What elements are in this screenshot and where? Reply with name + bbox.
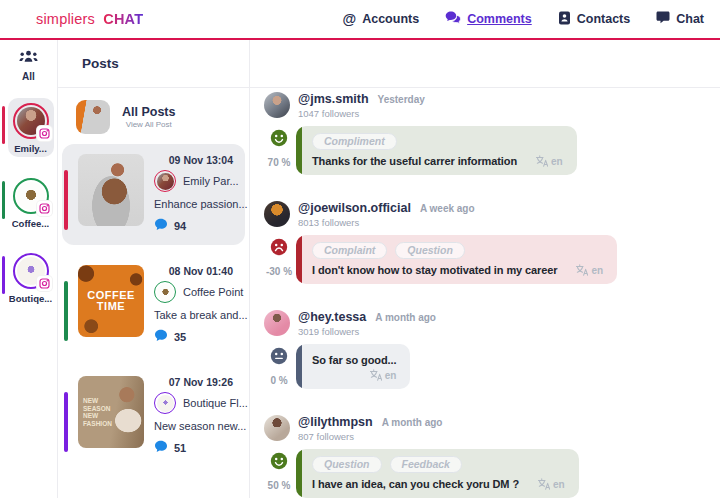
avatar [13, 178, 49, 214]
post-comment-count: 35 [174, 331, 186, 343]
account-accent-bar [2, 181, 5, 219]
comments-panel: @jms.smith Yesterday 1047 followers 70 % [250, 40, 720, 498]
avatar[interactable] [264, 415, 290, 441]
avatar [154, 392, 176, 414]
sidebar-item-all[interactable]: All [19, 50, 38, 82]
comment-username[interactable]: @hey.tessa [298, 310, 366, 324]
comment-time: A month ago [375, 312, 436, 323]
post-accent-bar [64, 281, 68, 341]
people-group-icon [19, 50, 38, 65]
comment-message: Thanks for the useful carrer information [312, 155, 517, 167]
translate-icon [535, 155, 548, 167]
avatar [13, 253, 49, 289]
sidebar-item-account-coffee[interactable]: Coffee... [8, 173, 54, 232]
comment-followers: 1047 followers [298, 108, 425, 119]
comment-count-icon [154, 439, 168, 457]
logo-primary: simpliers [36, 11, 95, 27]
post-account-avatar [157, 173, 174, 190]
translate-control[interactable]: en [575, 264, 603, 276]
chat-bubble-icon [656, 11, 670, 27]
nav-chat[interactable]: Chat [656, 11, 704, 27]
at-icon: @ [343, 11, 357, 27]
comment-message: So far so good... [312, 354, 396, 366]
account-label: Boutiqe... [9, 293, 52, 304]
comment-tag: Question [395, 242, 465, 259]
nav-accounts-label: Accounts [362, 12, 419, 26]
comment-item: @hey.tessa A month ago 3019 followers 0 … [264, 310, 720, 389]
account-label: Emily... [14, 143, 47, 154]
post-card-coffee[interactable]: COFFEE TIME 08 Nov 01:40 Coffee Point Ta… [62, 255, 245, 356]
sentiment-positive-icon [270, 452, 288, 474]
nav-accounts[interactable]: @ Accounts [343, 11, 420, 27]
sentiment-neutral-icon [270, 347, 288, 369]
main-nav: @ Accounts Comments Contacts Chat [343, 11, 704, 28]
nav-comments[interactable]: Comments [445, 11, 532, 28]
avatar[interactable] [264, 201, 290, 227]
comment-bubble: So far so good... en [296, 344, 410, 389]
post-accent-bar [64, 392, 68, 452]
comment-item: @joewilson.official A week ago 8013 foll… [264, 201, 720, 284]
comments-list: @jms.smith Yesterday 1047 followers 70 % [250, 88, 720, 500]
post-date: 08 Nov 01:40 [154, 265, 233, 277]
post-account-name: Coffee Point [183, 286, 243, 298]
comment-username[interactable]: @joewilson.official [298, 201, 411, 215]
post-caption: Take a break and... [154, 309, 233, 321]
comment-language: en [591, 265, 603, 276]
post-accent-bar [64, 170, 68, 230]
comment-tag: Question [312, 456, 382, 473]
sidebar-item-account-boutique[interactable]: Boutiqe... [8, 248, 54, 307]
posts-column: Posts All Posts View All Post 09 Nov 13:… [58, 40, 250, 498]
sentiment-percent: -30 % [266, 266, 292, 277]
translate-icon [537, 478, 550, 490]
sentiment-negative-icon [270, 238, 288, 260]
account-rail: All Emily... Coffee... Boutiqe.. [0, 40, 58, 498]
contact-card-icon [558, 11, 571, 28]
sidebar-item-account-emily[interactable]: Emily... [8, 98, 54, 157]
all-posts-thumbnail [76, 100, 110, 134]
post-comment-count: 51 [174, 442, 186, 454]
post-date: 09 Nov 13:04 [154, 154, 233, 166]
sentiment-percent: 50 % [268, 480, 291, 491]
post-comment-count: 94 [174, 220, 186, 232]
comment-bubble: Compliment Thanks for the useful carrer … [296, 126, 577, 175]
app-logo: simpliers CHAT [36, 11, 143, 27]
comment-item: @jms.smith Yesterday 1047 followers 70 % [264, 92, 720, 175]
post-thumbnail-text: COFFEE TIME [84, 290, 138, 312]
avatar[interactable] [264, 92, 290, 118]
avatar [154, 281, 176, 303]
nav-contacts[interactable]: Contacts [558, 11, 630, 28]
logo-secondary: CHAT [103, 11, 143, 27]
comment-bubble: Question Feedback I have an idea, can yo… [296, 449, 579, 498]
comment-username[interactable]: @jms.smith [298, 92, 369, 106]
comment-count-icon [154, 328, 168, 346]
all-posts-title: All Posts [122, 105, 176, 119]
comment-time: A month ago [382, 417, 443, 428]
post-caption: Enhance passion... [154, 198, 233, 210]
post-account-avatar [157, 395, 174, 412]
translate-control[interactable]: en [535, 155, 563, 167]
comment-username[interactable]: @lilythmpsn [298, 415, 373, 429]
instagram-icon [37, 201, 52, 216]
comment-language: en [385, 370, 397, 381]
nav-contacts-label: Contacts [577, 12, 630, 26]
instagram-icon [37, 276, 52, 291]
post-account-avatar [157, 284, 174, 301]
avatar[interactable] [264, 310, 290, 336]
account-accent-bar [2, 256, 5, 294]
post-card-emily[interactable]: 09 Nov 13:04 Emily Par... Enhance passio… [62, 144, 245, 245]
comment-followers: 8013 followers [298, 217, 475, 228]
sentiment-percent: 0 % [270, 375, 287, 386]
post-date: 07 Nov 19:26 [154, 376, 233, 388]
translate-control[interactable]: en [537, 478, 565, 490]
all-posts-item[interactable]: All Posts View All Post [58, 88, 249, 144]
translate-control[interactable]: en [369, 369, 397, 381]
comment-followers: 3019 followers [298, 326, 436, 337]
post-card-boutique[interactable]: NEW SEASON NEW FASHION 07 Nov 19:26 Bout… [62, 366, 245, 467]
comment-language: en [553, 479, 565, 490]
sentiment-positive-icon [270, 129, 288, 151]
app-body: All Emily... Coffee... Boutiqe.. [0, 40, 720, 498]
account-label: Coffee... [12, 218, 49, 229]
comment-time: Yesterday [378, 94, 425, 105]
nav-chat-label: Chat [676, 12, 704, 26]
sidebar-all-label: All [19, 71, 38, 82]
